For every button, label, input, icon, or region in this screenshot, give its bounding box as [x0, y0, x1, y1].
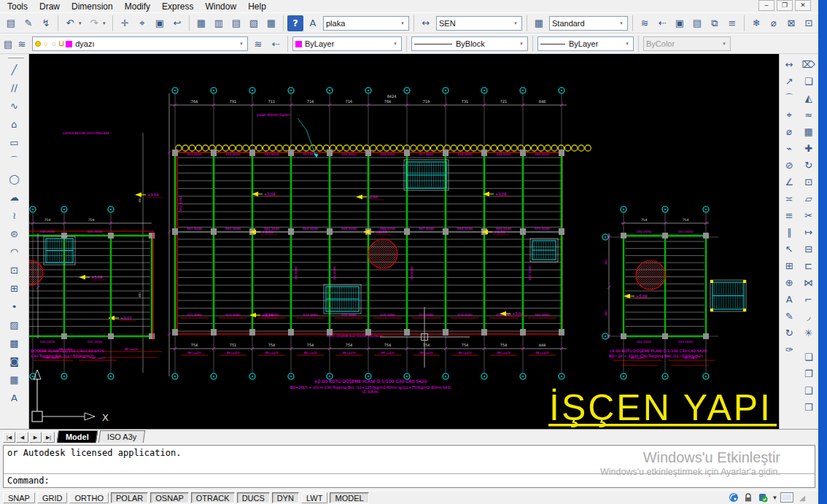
next-tab-icon[interactable]: ▶ — [29, 432, 42, 443]
layer-viewport-icon[interactable]: ☼ — [50, 40, 57, 47]
tab-model[interactable]: Model — [57, 430, 98, 443]
region-icon[interactable]: ◙ — [7, 352, 23, 371]
table-style-combo[interactable]: Standard ▼ — [549, 16, 628, 31]
erase-icon[interactable]: ⌦ — [800, 56, 817, 73]
layer-isolate-icon[interactable]: ▣ — [672, 15, 688, 31]
circle-icon[interactable]: ◯ — [7, 170, 23, 188]
markup-icon[interactable]: ▧ — [246, 15, 262, 31]
menu-item-draw[interactable]: Draw — [34, 1, 66, 12]
match-properties-icon[interactable]: ✎ — [20, 15, 36, 31]
dimension-text-edit-icon[interactable]: ✎ — [781, 308, 798, 325]
arc-length-icon[interactable]: ⌒ — [781, 90, 798, 106]
angular-icon[interactable]: ∠ — [781, 174, 798, 190]
array-icon[interactable]: ▦ — [800, 123, 817, 140]
polygon-icon[interactable]: ⌂ — [7, 115, 23, 133]
make-object-layer-current-icon[interactable]: ≋ — [637, 15, 653, 31]
text-style-combo[interactable]: plaka ▼ — [323, 16, 409, 31]
baseline-icon[interactable]: ≡ — [781, 207, 798, 224]
status-toggle-polar[interactable]: POLAR — [111, 492, 148, 503]
aligned-dimension-icon[interactable]: ↗ — [781, 73, 798, 90]
edit-lightning-icon[interactable]: ↯ — [38, 15, 54, 31]
layer-previous-icon[interactable]: ⇠ — [268, 36, 284, 52]
menu-item-help[interactable]: Help — [242, 1, 272, 12]
linetype-control-combo[interactable]: ByBlock ▼ — [411, 36, 528, 51]
designcenter-icon[interactable]: ▦ — [193, 15, 209, 31]
diameter-icon[interactable]: ⊘ — [781, 157, 798, 174]
point-icon[interactable]: • — [7, 298, 23, 316]
status-toggle-ducs[interactable]: DUCS — [237, 492, 270, 503]
model-space-viewport[interactable]: 8424764791711714716784719731721848ÇATIDA… — [29, 54, 779, 429]
ordinate-icon[interactable]: ⌖ — [781, 106, 798, 123]
table-style-icon[interactable]: ▦ — [531, 15, 547, 31]
layer-thaw-icon[interactable]: ☼ — [42, 40, 49, 47]
undo-icon[interactable]: ↶ — [62, 15, 78, 31]
status-toggle-model[interactable]: MODEL — [330, 492, 368, 503]
layer-combo[interactable]: ☼ ☼ ⊔ dyazı ▼ — [32, 36, 248, 51]
clean-screen-icon[interactable] — [780, 492, 793, 503]
insert-block-icon[interactable]: ⊡ — [7, 261, 23, 279]
status-toggle-lwt[interactable]: LWT — [301, 492, 327, 503]
revision-cloud-icon[interactable]: ☁ — [7, 188, 23, 206]
make-object-layer-current-icon[interactable]: ≋ — [250, 36, 266, 52]
toolbar-grip[interactable] — [8, 56, 24, 58]
toolbar-lock-icon[interactable] — [742, 492, 754, 503]
move-icon[interactable]: ✚ — [800, 140, 817, 157]
pan-icon[interactable]: ✛ — [117, 15, 133, 31]
layer-unlock-icon[interactable]: ⊔ — [58, 40, 64, 47]
stretch-icon[interactable]: ▱ — [800, 190, 817, 207]
copy-objects-new-layer-icon[interactable]: ⧉ — [707, 15, 723, 31]
help-icon[interactable]: ? — [287, 15, 303, 31]
dimension-style-icon[interactable]: ✑ — [781, 341, 798, 358]
rectangle-icon[interactable]: ▭ — [7, 133, 23, 152]
freeze-object-layer-icon[interactable]: ❄ — [748, 15, 764, 31]
bring-to-front-icon[interactable]: ❏ — [800, 349, 817, 365]
bring-above-objects-icon[interactable]: ❑ — [800, 382, 817, 399]
trusted-autodesk-icon[interactable] — [757, 492, 769, 503]
linear-dimension-icon[interactable]: ↔ — [781, 56, 798, 73]
copy-icon[interactable]: ❏ — [800, 73, 817, 90]
paste-icon[interactable]: ▤ — [3, 15, 19, 31]
partial-docked-icon[interactable]: ▤ — [3, 36, 12, 52]
gradient-icon[interactable]: ▩ — [7, 334, 23, 352]
make-block-icon[interactable]: ⊞ — [7, 279, 23, 298]
dropdown-caret-icon[interactable]: ▾ — [79, 20, 85, 26]
status-toggle-grid[interactable]: GRID — [37, 492, 68, 503]
quick-leader-icon[interactable]: ↖ — [781, 241, 798, 257]
layer-properties-manager-icon[interactable]: ≋ — [14, 36, 30, 52]
menu-item-modify[interactable]: Modify — [119, 1, 156, 12]
rotate-icon[interactable]: ↻ — [800, 157, 817, 174]
polyline-icon[interactable]: ∿ — [7, 97, 23, 115]
zoom-window-icon[interactable]: ▣ — [152, 15, 168, 31]
communication-center-icon[interactable] — [728, 492, 739, 503]
chamfer-icon[interactable]: ⌐ — [800, 291, 817, 308]
layer-previous-icon[interactable]: ⇠ — [654, 15, 670, 31]
drawing-area[interactable]: 8424764791711714716784719731721848ÇATIDA… — [29, 54, 779, 429]
menu-item-tools[interactable]: Tools — [1, 1, 34, 12]
fillet-icon[interactable]: ◞ — [800, 308, 817, 325]
restore-icon[interactable]: ❐ — [777, 0, 793, 11]
command-text-area[interactable]: or Autodesk licensed application. Comman… — [3, 445, 815, 488]
send-to-back-icon[interactable]: ❐ — [800, 365, 817, 382]
tray-arrow-icon[interactable]: ▼ — [772, 495, 777, 501]
unlock-object-layer-icon[interactable]: ⊡ — [801, 15, 817, 31]
dimension-update-icon[interactable]: ↻ — [781, 325, 798, 341]
trim-icon[interactable]: ✂ — [800, 207, 817, 224]
menu-item-express[interactable]: Express — [156, 1, 199, 12]
menu-item-dimension[interactable]: Dimension — [66, 1, 119, 12]
status-toggle-dyn[interactable]: DYN — [272, 492, 299, 503]
hatch-icon[interactable]: ▨ — [7, 316, 23, 334]
quickcalc-icon[interactable]: ▦ — [263, 15, 279, 31]
join-icon[interactable]: ⋈ — [800, 274, 817, 291]
offset-icon[interactable]: ≈ — [800, 106, 817, 123]
table-icon[interactable]: ▦ — [7, 371, 23, 389]
text-style-icon[interactable]: A — [305, 15, 321, 31]
redo-icon[interactable]: ↷ — [86, 15, 102, 31]
mirror-icon[interactable]: ◭ — [800, 90, 817, 106]
menu-item-window[interactable]: Window — [199, 1, 242, 12]
color-control-combo[interactable]: ByLayer ▼ — [292, 36, 402, 51]
layer-unisolate-icon[interactable]: ▤ — [689, 15, 705, 31]
tab-iso-a3y[interactable]: ISO A3y — [98, 430, 146, 443]
toolpalettes-icon[interactable]: ▥ — [211, 15, 227, 31]
status-toggle-snap[interactable]: SNAP — [3, 492, 35, 503]
zoom-realtime-icon[interactable]: ⌖ — [134, 15, 150, 31]
